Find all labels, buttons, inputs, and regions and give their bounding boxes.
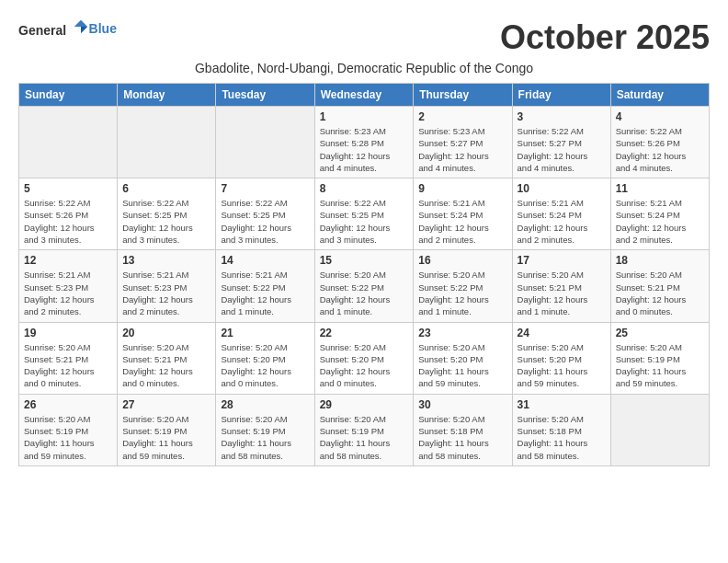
day-info: Sunrise: 5:21 AM Sunset: 5:24 PM Dayligh… — [518, 197, 606, 246]
day-number: 4 — [616, 110, 704, 123]
day-number: 24 — [518, 327, 606, 339]
day-number: 21 — [221, 327, 309, 339]
header: General Blue October 2025 — [18, 18, 710, 57]
day-info: Sunrise: 5:23 AM Sunset: 5:28 PM Dayligh… — [320, 125, 409, 174]
day-number: 15 — [320, 254, 409, 267]
month-title: October 2025 — [500, 18, 710, 57]
day-info: Sunrise: 5:20 AM Sunset: 5:20 PM Dayligh… — [418, 341, 506, 390]
day-number: 17 — [518, 254, 606, 267]
day-info: Sunrise: 5:20 AM Sunset: 5:19 PM Dayligh… — [24, 413, 112, 462]
day-number: 6 — [122, 182, 210, 195]
calendar-cell: 29Sunrise: 5:20 AM Sunset: 5:19 PM Dayli… — [314, 394, 414, 465]
day-number: 27 — [122, 398, 210, 411]
calendar-cell: 15Sunrise: 5:20 AM Sunset: 5:22 PM Dayli… — [314, 250, 414, 322]
day-info: Sunrise: 5:21 AM Sunset: 5:24 PM Dayligh… — [616, 197, 704, 246]
calendar-cell: 8Sunrise: 5:22 AM Sunset: 5:25 PM Daylig… — [314, 178, 414, 250]
calendar-cell: 22Sunrise: 5:20 AM Sunset: 5:20 PM Dayli… — [314, 322, 414, 394]
svg-marker-0 — [74, 20, 86, 27]
calendar-cell: 12Sunrise: 5:21 AM Sunset: 5:23 PM Dayli… — [19, 250, 118, 322]
logo-blue: Blue — [89, 21, 117, 36]
day-info: Sunrise: 5:22 AM Sunset: 5:26 PM Dayligh… — [24, 197, 112, 246]
subtitle: Gbadolite, Nord-Ubangi, Democratic Repub… — [18, 61, 710, 75]
day-info: Sunrise: 5:22 AM Sunset: 5:25 PM Dayligh… — [320, 197, 409, 246]
day-info: Sunrise: 5:20 AM Sunset: 5:19 PM Dayligh… — [320, 413, 409, 462]
day-info: Sunrise: 5:20 AM Sunset: 5:22 PM Dayligh… — [418, 269, 506, 317]
weekday-header: Friday — [512, 84, 610, 107]
calendar-cell: 20Sunrise: 5:20 AM Sunset: 5:21 PM Dayli… — [118, 322, 216, 394]
calendar-cell: 4Sunrise: 5:22 AM Sunset: 5:26 PM Daylig… — [610, 107, 709, 178]
day-number: 8 — [320, 182, 409, 195]
calendar-cell: 13Sunrise: 5:21 AM Sunset: 5:23 PM Dayli… — [118, 250, 216, 322]
calendar-cell: 30Sunrise: 5:20 AM Sunset: 5:18 PM Dayli… — [414, 394, 512, 465]
calendar-cell — [610, 394, 709, 465]
calendar-cell: 27Sunrise: 5:20 AM Sunset: 5:19 PM Dayli… — [118, 394, 216, 465]
day-info: Sunrise: 5:20 AM Sunset: 5:19 PM Dayligh… — [122, 413, 210, 462]
day-number: 28 — [221, 398, 309, 411]
calendar-cell: 6Sunrise: 5:22 AM Sunset: 5:25 PM Daylig… — [118, 178, 216, 250]
weekday-header: Sunday — [19, 84, 118, 107]
logo-general: General — [18, 23, 66, 38]
day-info: Sunrise: 5:21 AM Sunset: 5:22 PM Dayligh… — [221, 269, 309, 317]
day-number: 12 — [24, 254, 112, 267]
calendar: SundayMondayTuesdayWednesdayThursdayFrid… — [18, 83, 710, 466]
day-number: 1 — [320, 110, 409, 123]
day-info: Sunrise: 5:23 AM Sunset: 5:27 PM Dayligh… — [418, 125, 506, 174]
calendar-cell: 14Sunrise: 5:21 AM Sunset: 5:22 PM Dayli… — [216, 250, 314, 322]
calendar-cell: 7Sunrise: 5:22 AM Sunset: 5:25 PM Daylig… — [216, 178, 314, 250]
day-info: Sunrise: 5:20 AM Sunset: 5:21 PM Dayligh… — [122, 341, 210, 390]
day-info: Sunrise: 5:21 AM Sunset: 5:23 PM Dayligh… — [24, 269, 112, 317]
weekday-header: Monday — [118, 84, 216, 107]
calendar-cell: 18Sunrise: 5:20 AM Sunset: 5:21 PM Dayli… — [610, 250, 709, 322]
logo-icon — [73, 18, 89, 35]
calendar-cell: 23Sunrise: 5:20 AM Sunset: 5:20 PM Dayli… — [414, 322, 512, 394]
weekday-header: Tuesday — [216, 84, 314, 107]
day-number: 9 — [418, 182, 506, 195]
day-info: Sunrise: 5:21 AM Sunset: 5:24 PM Dayligh… — [418, 197, 506, 246]
day-number: 25 — [616, 327, 704, 339]
calendar-cell — [216, 107, 314, 178]
calendar-cell — [118, 107, 216, 178]
day-number: 19 — [24, 327, 112, 339]
calendar-cell: 3Sunrise: 5:22 AM Sunset: 5:27 PM Daylig… — [512, 107, 610, 178]
calendar-cell: 28Sunrise: 5:20 AM Sunset: 5:19 PM Dayli… — [216, 394, 314, 465]
weekday-header: Saturday — [610, 84, 709, 107]
day-info: Sunrise: 5:20 AM Sunset: 5:19 PM Dayligh… — [616, 341, 704, 390]
calendar-cell: 9Sunrise: 5:21 AM Sunset: 5:24 PM Daylig… — [414, 178, 512, 250]
weekday-header: Thursday — [414, 84, 512, 107]
logo: General Blue — [18, 18, 117, 39]
day-info: Sunrise: 5:20 AM Sunset: 5:21 PM Dayligh… — [518, 269, 606, 317]
day-info: Sunrise: 5:20 AM Sunset: 5:21 PM Dayligh… — [616, 269, 704, 317]
day-info: Sunrise: 5:20 AM Sunset: 5:22 PM Dayligh… — [320, 269, 409, 317]
day-info: Sunrise: 5:21 AM Sunset: 5:23 PM Dayligh… — [122, 269, 210, 317]
calendar-cell — [19, 107, 118, 178]
day-info: Sunrise: 5:20 AM Sunset: 5:20 PM Dayligh… — [320, 341, 409, 390]
day-number: 20 — [122, 327, 210, 339]
day-info: Sunrise: 5:22 AM Sunset: 5:25 PM Dayligh… — [122, 197, 210, 246]
day-number: 11 — [616, 182, 704, 195]
day-number: 13 — [122, 254, 210, 267]
calendar-cell: 1Sunrise: 5:23 AM Sunset: 5:28 PM Daylig… — [314, 107, 414, 178]
day-number: 2 — [418, 110, 506, 123]
calendar-cell: 2Sunrise: 5:23 AM Sunset: 5:27 PM Daylig… — [414, 107, 512, 178]
day-info: Sunrise: 5:20 AM Sunset: 5:21 PM Dayligh… — [24, 341, 112, 390]
calendar-cell: 24Sunrise: 5:20 AM Sunset: 5:20 PM Dayli… — [512, 322, 610, 394]
day-number: 16 — [418, 254, 506, 267]
day-number: 30 — [418, 398, 506, 411]
day-number: 29 — [320, 398, 409, 411]
calendar-cell: 25Sunrise: 5:20 AM Sunset: 5:19 PM Dayli… — [610, 322, 709, 394]
calendar-cell: 17Sunrise: 5:20 AM Sunset: 5:21 PM Dayli… — [512, 250, 610, 322]
day-number: 14 — [221, 254, 309, 267]
calendar-cell: 5Sunrise: 5:22 AM Sunset: 5:26 PM Daylig… — [19, 178, 118, 250]
day-number: 23 — [418, 327, 506, 339]
day-info: Sunrise: 5:22 AM Sunset: 5:25 PM Dayligh… — [221, 197, 309, 246]
calendar-cell: 21Sunrise: 5:20 AM Sunset: 5:20 PM Dayli… — [216, 322, 314, 394]
svg-marker-1 — [81, 27, 87, 33]
calendar-cell: 19Sunrise: 5:20 AM Sunset: 5:21 PM Dayli… — [19, 322, 118, 394]
day-number: 22 — [320, 327, 409, 339]
day-info: Sunrise: 5:20 AM Sunset: 5:20 PM Dayligh… — [221, 341, 309, 390]
day-number: 3 — [518, 110, 606, 123]
weekday-header: Wednesday — [314, 84, 414, 107]
day-info: Sunrise: 5:20 AM Sunset: 5:18 PM Dayligh… — [518, 413, 606, 462]
day-number: 5 — [24, 182, 112, 195]
calendar-cell: 10Sunrise: 5:21 AM Sunset: 5:24 PM Dayli… — [512, 178, 610, 250]
